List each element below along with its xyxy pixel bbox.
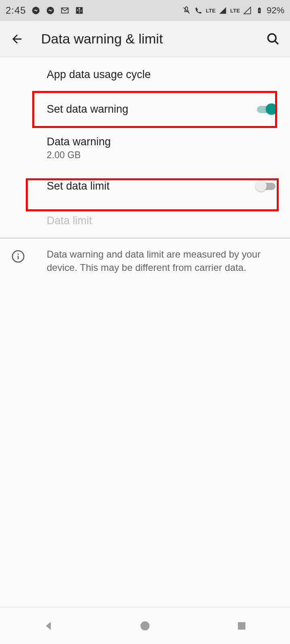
row-title: Set data warning: [47, 102, 255, 116]
mute-icon: [182, 6, 191, 15]
status-bar: 2:45 LTE LTE 92%: [0, 0, 290, 21]
row-subtitle: 2.00 GB: [47, 150, 280, 161]
nav-home-button[interactable]: [129, 616, 161, 636]
signal-icon-2: [242, 6, 252, 15]
nav-recent-button[interactable]: [226, 616, 258, 636]
set-data-limit-toggle[interactable]: [255, 180, 277, 192]
row-title: App data usage cycle: [47, 67, 280, 82]
nav-recent-icon: [236, 620, 247, 632]
data-warning-row[interactable]: Data warning 2.00 GB: [0, 126, 290, 169]
row-title: Data limit: [47, 213, 280, 228]
status-time: 2:45: [6, 5, 26, 16]
signal-icon-1: [218, 6, 228, 15]
nav-back-icon: [42, 620, 54, 632]
info-row: Data warning and data limit are measured…: [0, 238, 290, 284]
set-data-limit-row[interactable]: Set data limit: [0, 169, 290, 203]
gmail-icon: [60, 6, 70, 15]
battery-icon: [255, 6, 264, 15]
back-arrow-icon: [10, 32, 24, 46]
nav-home-icon: [139, 620, 151, 632]
info-icon: [11, 250, 26, 264]
nav-bar: [0, 607, 290, 644]
search-icon: [266, 32, 280, 46]
app-bar: Data warning & limit: [0, 21, 290, 57]
app-data-usage-cycle-row[interactable]: App data usage cycle: [0, 57, 290, 92]
page-title: Data warning & limit: [41, 31, 263, 47]
data-limit-row: Data limit: [0, 203, 290, 238]
svg-rect-11: [238, 622, 246, 630]
svg-point-8: [17, 254, 19, 255]
battery-percent: 92%: [267, 5, 284, 16]
search-button[interactable]: [263, 29, 283, 49]
set-data-warning-toggle[interactable]: [255, 103, 277, 115]
svg-point-10: [141, 621, 150, 630]
content: App data usage cycle Set data warning Da…: [0, 57, 290, 284]
messenger-icon-2: [46, 6, 55, 15]
messenger-icon: [31, 6, 41, 15]
back-button[interactable]: [7, 29, 27, 49]
svg-rect-5: [259, 8, 260, 8]
lte-label-1: LTE: [206, 8, 216, 14]
info-text: Data warning and data limit are measured…: [47, 248, 277, 274]
lte-label-2: LTE: [230, 8, 240, 14]
wifi-call-icon: [194, 6, 203, 15]
svg-rect-9: [18, 256, 19, 260]
usb-icon: [75, 6, 84, 15]
nav-back-button[interactable]: [32, 616, 64, 636]
row-title: Set data limit: [47, 179, 255, 193]
row-title: Data warning: [47, 134, 280, 149]
set-data-warning-row[interactable]: Set data warning: [0, 92, 290, 126]
svg-point-6: [268, 34, 276, 42]
